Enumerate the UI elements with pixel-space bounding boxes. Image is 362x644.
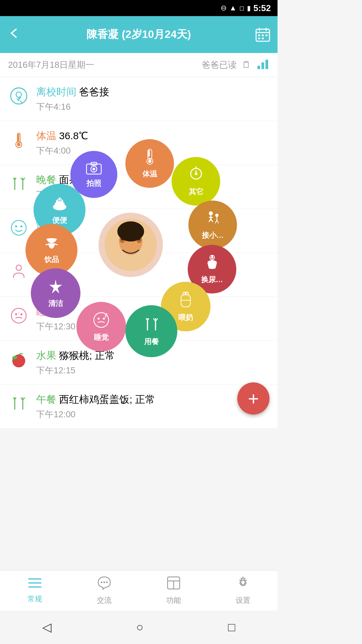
svg-point-61 [58, 198, 59, 200]
meal-icon [143, 316, 160, 335]
other-button[interactable]: 其它 [172, 157, 220, 206]
svg-point-73 [210, 256, 212, 258]
pickup-button[interactable]: 接小… [188, 201, 237, 249]
other-icon [188, 166, 204, 185]
temp-menu-label: 体温 [142, 169, 157, 179]
diaper-icon [204, 254, 220, 273]
pickup-icon [204, 209, 222, 229]
pickup-label: 接小… [202, 230, 224, 240]
child-photo [97, 211, 164, 278]
other-label: 其它 [189, 187, 203, 197]
drink-label: 饮品 [44, 255, 59, 265]
clean-button[interactable]: 清洁 [31, 268, 80, 318]
meal-button[interactable]: 用餐 [125, 305, 177, 357]
photo-label: 拍照 [86, 178, 101, 189]
meal-label: 用餐 [144, 337, 159, 347]
svg-point-68 [215, 214, 219, 217]
clean-icon [47, 278, 64, 297]
svg-point-81 [98, 318, 100, 320]
svg-point-63 [209, 211, 213, 215]
svg-marker-75 [49, 279, 62, 293]
svg-point-47 [93, 168, 95, 170]
diaper-label: 换尿… [201, 275, 223, 285]
svg-point-51 [148, 160, 152, 163]
svg-line-71 [217, 220, 219, 223]
nap-button[interactable]: z z 睡觉 [76, 302, 126, 352]
poop-icon [51, 194, 68, 214]
svg-point-72 [209, 255, 215, 260]
drink-button[interactable]: 饮品 [25, 224, 77, 276]
temp-menu-icon [143, 148, 157, 168]
drink-icon [43, 235, 60, 253]
svg-point-55 [195, 172, 197, 175]
svg-text:z: z [106, 312, 108, 316]
svg-point-74 [213, 256, 214, 258]
temperature-menu-button[interactable]: 体温 [125, 139, 174, 188]
action-menu-overlay: 拍照 体温 其它 [0, 0, 278, 644]
nap-icon: z z [93, 311, 110, 331]
nap-label: 睡觉 [94, 332, 109, 342]
svg-point-44 [117, 221, 144, 241]
clean-label: 清洁 [48, 299, 63, 309]
svg-rect-77 [181, 295, 190, 307]
photo-icon [85, 161, 102, 177]
svg-line-70 [215, 220, 217, 223]
svg-point-62 [60, 198, 62, 200]
bottle-icon [178, 291, 193, 311]
bottle-label: 喂奶 [178, 313, 193, 323]
svg-rect-52 [148, 150, 150, 157]
svg-point-79 [185, 292, 187, 294]
